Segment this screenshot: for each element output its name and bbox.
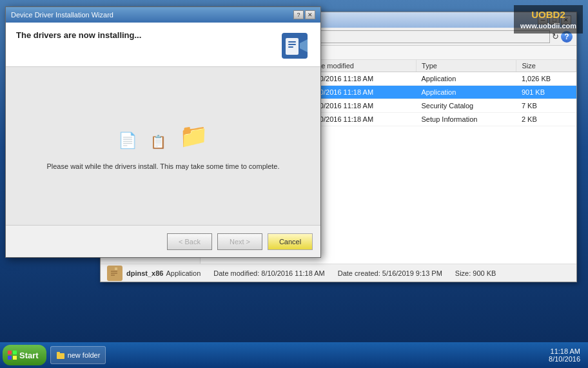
- statusbar-filename: dpinst_x86: [126, 269, 163, 277]
- windows-logo-icon: [8, 351, 17, 360]
- wizard-header-icon: [279, 30, 310, 61]
- statusbar-type-label: Application: [166, 269, 201, 277]
- cell-date: 8/10/2016 11:18 AM: [305, 113, 416, 126]
- destination-folder: 📁: [179, 122, 208, 150]
- cell-size: 7 KB: [516, 99, 576, 113]
- wizard-dialog: Device Driver Installation Wizard ? ✕ Th…: [5, 6, 321, 258]
- watermark-line2: www.uobdii.com: [520, 21, 576, 31]
- flying-doc-1: 📄: [118, 131, 137, 150]
- back-button[interactable]: < Back: [167, 233, 212, 250]
- svg-rect-40: [57, 353, 64, 359]
- flying-doc-2: 📋: [150, 134, 166, 150]
- cancel-button[interactable]: Cancel: [268, 233, 313, 250]
- svg-rect-41: [57, 352, 60, 354]
- svg-rect-38: [8, 356, 12, 360]
- wizard-footer: < Back Next > Cancel: [6, 225, 320, 257]
- watermark-line1: UOBD2: [520, 8, 576, 21]
- explorer-taskbar-icon: [56, 351, 65, 360]
- svg-rect-26: [115, 267, 117, 270]
- svg-rect-36: [8, 351, 12, 354]
- wizard-header-title: The drivers are now installing...: [16, 30, 141, 40]
- wizard-close-btn[interactable]: ✕: [305, 10, 315, 19]
- cell-type: Security Catalog: [416, 99, 516, 113]
- svg-rect-37: [13, 351, 17, 354]
- wizard-body-text: Please wait while the drivers install. T…: [46, 162, 279, 170]
- clock-time: 11:18 AM: [549, 347, 580, 355]
- col-date[interactable]: Date modified: [305, 60, 416, 72]
- taskbar-items: new folder: [46, 346, 544, 364]
- cell-date: 8/10/2016 11:18 AM: [305, 86, 416, 99]
- svg-rect-32: [288, 41, 296, 43]
- start-button[interactable]: Start: [3, 345, 46, 365]
- cell-size: 2 KB: [516, 113, 576, 126]
- cell-date: 8/10/2016 11:18 AM: [305, 99, 416, 113]
- explorer-statusbar: dpinst_x86 Application Date modified: 8/…: [101, 264, 576, 282]
- col-type[interactable]: Type: [416, 60, 516, 72]
- wizard-body: 📄 📋 📁 Please wait while the drivers inst…: [6, 67, 320, 225]
- statusbar-file-info: dpinst_x86 Application: [107, 266, 201, 281]
- cell-type: Setup Information: [416, 113, 516, 126]
- statusbar-date-modified: Date modified: 8/10/2016 11:18 AM: [213, 269, 324, 277]
- statusbar-date-created: Date created: 5/16/2019 9:13 PM: [338, 269, 442, 277]
- wizard-header: The drivers are now installing...: [6, 23, 320, 67]
- svg-rect-33: [288, 44, 296, 45]
- wizard-titlebar-buttons: ? ✕: [293, 10, 315, 19]
- cell-date: 8/10/2016 11:18 AM: [305, 72, 416, 86]
- cell-type: Application: [416, 86, 516, 99]
- cell-type: Application: [416, 72, 516, 86]
- cell-size: 901 KB: [516, 86, 576, 99]
- taskbar-item-explorer[interactable]: new folder: [50, 346, 106, 364]
- col-size[interactable]: Size: [516, 60, 576, 72]
- taskbar-clock: 11:18 AM 8/10/2016: [544, 347, 585, 363]
- wizard-animation: 📄 📋 📁: [118, 122, 208, 150]
- wizard-help-btn[interactable]: ?: [293, 10, 304, 19]
- cell-size: 1,026 KB: [516, 72, 576, 86]
- next-button[interactable]: Next >: [217, 233, 262, 250]
- statusbar-size: Size: 900 KB: [455, 269, 496, 277]
- svg-rect-34: [288, 46, 293, 48]
- taskbar: Start new folder 11:18 AM 8/10/2016: [0, 342, 588, 368]
- statusbar-file-icon: [107, 266, 122, 281]
- wizard-titlebar: Device Driver Installation Wizard ? ✕: [6, 7, 320, 23]
- wizard-title: Device Driver Installation Wizard: [11, 11, 293, 19]
- clock-date: 8/10/2016: [549, 355, 580, 363]
- watermark: UOBD2 www.uobdii.com: [514, 5, 583, 34]
- svg-rect-39: [13, 356, 17, 360]
